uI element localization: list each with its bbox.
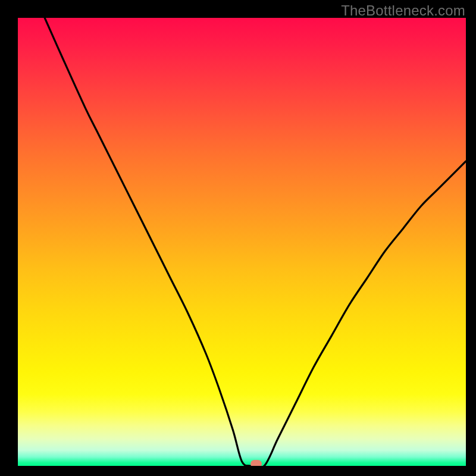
bottleneck-curve [18,18,466,466]
plot-area [18,18,466,466]
optimum-marker [250,460,262,466]
chart-frame: TheBottleneck.com [0,0,476,476]
watermark-text: TheBottleneck.com [341,2,465,19]
